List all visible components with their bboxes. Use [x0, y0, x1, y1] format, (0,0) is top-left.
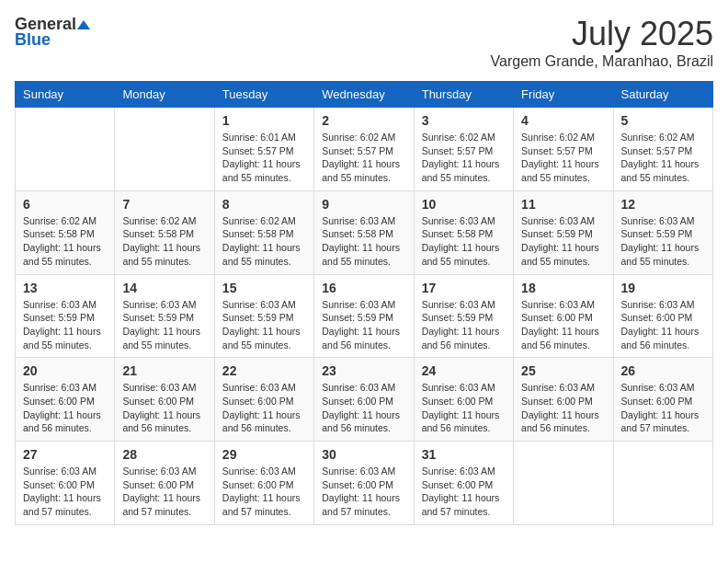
- day-number: 21: [122, 363, 206, 378]
- calendar-day-cell: 20Sunrise: 6:03 AM Sunset: 6:00 PM Dayli…: [16, 358, 115, 442]
- day-number: 10: [422, 197, 506, 212]
- day-info: Sunrise: 6:02 AM Sunset: 5:57 PM Dayligh…: [322, 131, 405, 185]
- calendar-day-header: Wednesday: [314, 82, 414, 108]
- day-info: Sunrise: 6:03 AM Sunset: 6:00 PM Dayligh…: [621, 298, 705, 352]
- day-info: Sunrise: 6:03 AM Sunset: 6:00 PM Dayligh…: [23, 465, 107, 519]
- calendar-day-cell: 30Sunrise: 6:03 AM Sunset: 6:00 PM Dayli…: [314, 442, 414, 525]
- calendar-day-cell: 5Sunrise: 6:02 AM Sunset: 5:57 PM Daylig…: [613, 108, 712, 191]
- day-number: 15: [222, 281, 306, 295]
- calendar-day-cell: 26Sunrise: 6:03 AM Sunset: 6:00 PM Dayli…: [613, 358, 712, 442]
- calendar-day-header: Thursday: [414, 82, 513, 108]
- day-info: Sunrise: 6:03 AM Sunset: 5:59 PM Dayligh…: [222, 298, 306, 352]
- calendar-day-cell: 28Sunrise: 6:03 AM Sunset: 6:00 PM Dayli…: [115, 442, 214, 525]
- day-number: 23: [322, 363, 405, 378]
- calendar-day-cell: [613, 442, 712, 525]
- calendar-day-cell: 25Sunrise: 6:03 AM Sunset: 6:00 PM Dayli…: [514, 358, 613, 442]
- day-info: Sunrise: 6:02 AM Sunset: 5:57 PM Dayligh…: [521, 131, 605, 185]
- day-number: 28: [122, 447, 206, 462]
- calendar-day-cell: 1Sunrise: 6:01 AM Sunset: 5:57 PM Daylig…: [214, 108, 313, 191]
- day-info: Sunrise: 6:03 AM Sunset: 6:00 PM Dayligh…: [222, 381, 306, 435]
- day-info: Sunrise: 6:03 AM Sunset: 5:59 PM Dayligh…: [621, 214, 705, 269]
- day-number: 30: [322, 447, 405, 462]
- logo-icon: [77, 18, 90, 31]
- day-number: 13: [23, 281, 107, 295]
- day-info: Sunrise: 6:03 AM Sunset: 5:59 PM Dayligh…: [521, 214, 605, 269]
- calendar-week-row: 6Sunrise: 6:02 AM Sunset: 5:58 PM Daylig…: [16, 190, 713, 274]
- calendar-day-cell: 29Sunrise: 6:03 AM Sunset: 6:00 PM Dayli…: [214, 442, 313, 525]
- logo-blue: Blue: [15, 30, 51, 50]
- day-number: 27: [23, 447, 107, 462]
- day-number: 7: [122, 197, 206, 212]
- calendar-day-cell: 21Sunrise: 6:03 AM Sunset: 6:00 PM Dayli…: [115, 358, 214, 442]
- day-info: Sunrise: 6:02 AM Sunset: 5:58 PM Dayligh…: [23, 214, 107, 269]
- calendar-table: SundayMondayTuesdayWednesdayThursdayFrid…: [15, 81, 713, 525]
- calendar-week-row: 27Sunrise: 6:03 AM Sunset: 6:00 PM Dayli…: [16, 442, 713, 525]
- calendar-day-header: Monday: [115, 82, 214, 108]
- day-number: 25: [521, 363, 605, 378]
- day-info: Sunrise: 6:03 AM Sunset: 5:58 PM Dayligh…: [322, 214, 405, 269]
- location-title: Vargem Grande, Maranhao, Brazil: [491, 53, 713, 70]
- calendar-day-cell: [514, 442, 613, 525]
- month-title: July 2025: [491, 15, 713, 53]
- day-info: Sunrise: 6:03 AM Sunset: 5:59 PM Dayligh…: [23, 298, 107, 352]
- day-info: Sunrise: 6:03 AM Sunset: 6:00 PM Dayligh…: [122, 465, 206, 519]
- calendar-day-cell: 13Sunrise: 6:03 AM Sunset: 5:59 PM Dayli…: [16, 274, 115, 358]
- day-info: Sunrise: 6:03 AM Sunset: 5:59 PM Dayligh…: [122, 298, 206, 352]
- calendar-day-cell: 8Sunrise: 6:02 AM Sunset: 5:58 PM Daylig…: [214, 190, 313, 274]
- calendar-day-cell: 31Sunrise: 6:03 AM Sunset: 6:00 PM Dayli…: [414, 442, 513, 525]
- day-number: 2: [322, 113, 405, 128]
- day-number: 31: [422, 447, 506, 462]
- calendar-day-cell: 23Sunrise: 6:03 AM Sunset: 6:00 PM Dayli…: [314, 358, 414, 442]
- day-number: 6: [23, 197, 107, 212]
- day-number: 17: [422, 281, 506, 295]
- day-number: 3: [422, 113, 506, 128]
- calendar-day-cell: 24Sunrise: 6:03 AM Sunset: 6:00 PM Dayli…: [414, 358, 513, 442]
- day-number: 18: [521, 281, 605, 295]
- calendar-day-cell: 15Sunrise: 6:03 AM Sunset: 5:59 PM Dayli…: [214, 274, 313, 358]
- day-number: 8: [222, 197, 306, 212]
- day-number: 14: [122, 281, 206, 295]
- day-info: Sunrise: 6:02 AM Sunset: 5:57 PM Dayligh…: [621, 131, 705, 185]
- day-number: 24: [422, 363, 506, 378]
- day-number: 29: [222, 447, 306, 462]
- day-number: 26: [621, 363, 705, 378]
- day-info: Sunrise: 6:03 AM Sunset: 6:00 PM Dayligh…: [122, 381, 206, 435]
- day-info: Sunrise: 6:01 AM Sunset: 5:57 PM Dayligh…: [222, 131, 306, 185]
- day-number: 9: [322, 197, 405, 212]
- calendar-day-cell: 27Sunrise: 6:03 AM Sunset: 6:00 PM Dayli…: [16, 442, 115, 525]
- day-number: 12: [621, 197, 705, 212]
- day-number: 19: [621, 281, 705, 295]
- day-info: Sunrise: 6:03 AM Sunset: 6:00 PM Dayligh…: [222, 465, 306, 519]
- day-info: Sunrise: 6:03 AM Sunset: 6:00 PM Dayligh…: [23, 381, 107, 435]
- calendar-day-cell: 12Sunrise: 6:03 AM Sunset: 5:59 PM Dayli…: [613, 190, 712, 274]
- calendar-day-cell: 11Sunrise: 6:03 AM Sunset: 5:59 PM Dayli…: [514, 190, 613, 274]
- logo: General Blue: [15, 15, 90, 50]
- day-info: Sunrise: 6:02 AM Sunset: 5:58 PM Dayligh…: [222, 214, 306, 269]
- day-info: Sunrise: 6:03 AM Sunset: 6:00 PM Dayligh…: [322, 465, 405, 519]
- calendar-week-row: 1Sunrise: 6:01 AM Sunset: 5:57 PM Daylig…: [16, 108, 713, 191]
- day-number: 11: [521, 197, 605, 212]
- day-info: Sunrise: 6:03 AM Sunset: 5:59 PM Dayligh…: [322, 298, 405, 352]
- calendar-day-cell: 17Sunrise: 6:03 AM Sunset: 5:59 PM Dayli…: [414, 274, 513, 358]
- calendar-day-cell: 2Sunrise: 6:02 AM Sunset: 5:57 PM Daylig…: [314, 108, 414, 191]
- day-info: Sunrise: 6:02 AM Sunset: 5:57 PM Dayligh…: [422, 131, 506, 185]
- day-info: Sunrise: 6:03 AM Sunset: 6:00 PM Dayligh…: [322, 381, 405, 435]
- calendar-day-cell: 7Sunrise: 6:02 AM Sunset: 5:58 PM Daylig…: [115, 190, 214, 274]
- calendar-day-cell: 19Sunrise: 6:03 AM Sunset: 6:00 PM Dayli…: [613, 274, 712, 358]
- calendar-day-cell: 6Sunrise: 6:02 AM Sunset: 5:58 PM Daylig…: [16, 190, 115, 274]
- day-number: 1: [222, 113, 306, 128]
- day-info: Sunrise: 6:03 AM Sunset: 6:00 PM Dayligh…: [521, 298, 605, 352]
- calendar-day-cell: 9Sunrise: 6:03 AM Sunset: 5:58 PM Daylig…: [314, 190, 414, 274]
- calendar-day-header: Saturday: [613, 82, 712, 108]
- calendar-day-cell: 16Sunrise: 6:03 AM Sunset: 5:59 PM Dayli…: [314, 274, 414, 358]
- calendar-day-cell: [115, 108, 214, 191]
- calendar-header-row: SundayMondayTuesdayWednesdayThursdayFrid…: [16, 82, 713, 108]
- calendar-day-header: Tuesday: [214, 82, 313, 108]
- calendar-day-cell: 18Sunrise: 6:03 AM Sunset: 6:00 PM Dayli…: [514, 274, 613, 358]
- day-info: Sunrise: 6:03 AM Sunset: 6:00 PM Dayligh…: [422, 381, 506, 435]
- calendar-day-cell: 3Sunrise: 6:02 AM Sunset: 5:57 PM Daylig…: [414, 108, 513, 191]
- calendar-day-cell: 10Sunrise: 6:03 AM Sunset: 5:58 PM Dayli…: [414, 190, 513, 274]
- page-header: General Blue July 2025 Vargem Grande, Ma…: [15, 15, 713, 70]
- calendar-day-cell: [16, 108, 115, 191]
- calendar-day-cell: 14Sunrise: 6:03 AM Sunset: 5:59 PM Dayli…: [115, 274, 214, 358]
